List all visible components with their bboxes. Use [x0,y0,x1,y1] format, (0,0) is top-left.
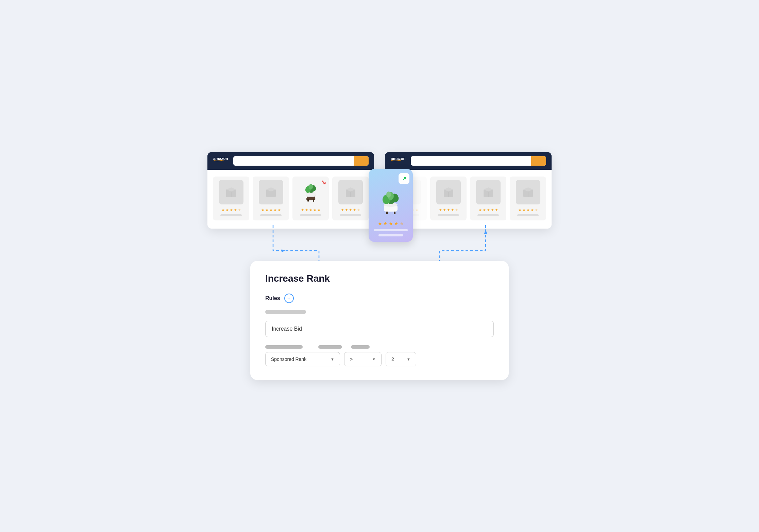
stars-7: ★★★★★ [478,208,498,212]
svg-point-44 [386,192,391,198]
product-card-8: ★★★★★ [510,177,546,220]
product-image-6 [436,180,461,204]
trend-up-badge: ↗ [399,173,409,184]
overlay-stars: ★ ★ ★ ★ ★ [378,221,404,226]
svg-text:amazon: amazon [391,156,406,161]
highlighted-product-card: ↗ [369,169,413,242]
price-bar-2 [260,214,282,216]
left-browser-panel: amazon [207,152,374,229]
condition-label-3 [351,345,370,349]
amazon-logo-left: amazon [213,156,229,166]
bottom-card: Increase Rank Rules + Sponsored Rank [250,261,509,380]
value-dropdown[interactable]: 2 ▼ [386,352,416,366]
add-rule-button[interactable]: + [284,294,294,303]
svg-point-19 [309,184,313,189]
right-browser-toolbar: amazon [385,152,552,170]
chevron-down-icon-3: ▼ [407,357,410,361]
product-card-1: ★★★★★ [213,177,249,220]
product-card-4: ★★★★★ [332,177,369,220]
top-row: amazon [190,152,569,229]
value-value: 2 [391,356,394,362]
sponsored-rank-dropdown[interactable]: Sponsored Rank ▼ [265,352,340,366]
condition-label-1 [265,345,303,349]
price-bar-1 [220,214,242,216]
right-browser-panel: amazon [385,152,552,229]
product-image-1 [219,180,243,204]
rules-grey-pill [265,310,306,314]
left-browser-toolbar: amazon [207,152,374,170]
increase-bid-row [265,321,494,337]
overlay-plant-image [375,187,406,217]
product-card-2: ★★★★★ [253,177,289,220]
chevron-down-icon-1: ▼ [331,357,334,361]
chevron-down-icon-2: ▼ [372,357,376,361]
increase-bid-input[interactable] [265,321,494,337]
left-search-bar[interactable] [233,156,369,166]
product-image-plant-left [299,180,323,204]
svg-rect-12 [307,199,309,202]
product-image-4 [338,180,363,204]
operator-dropdown[interactable]: > ▼ [344,352,382,366]
svg-rect-13 [313,199,314,202]
stars-plant-left: ★★★★★ [301,208,321,212]
product-card-plant-left: ↘ [292,177,329,220]
sponsored-rank-value: Sponsored Rank [271,356,306,362]
stars-1: ★★★★★ [221,208,241,212]
left-browser-content: ★★★★★ [207,170,374,229]
stars-8: ★★★★★ [518,208,538,212]
right-search-bar[interactable] [411,156,546,166]
card-title: Increase Rank [265,273,494,284]
overlay-bar-2 [378,234,403,236]
right-search-button[interactable] [531,156,546,166]
main-container: amazon [190,152,569,380]
left-arrow-icon [282,249,286,252]
product-card-6: ★★★★★ [430,177,467,220]
rules-label: Rules [265,295,280,301]
operator-value: > [350,356,353,362]
right-product-grid: ★★★★★ [390,177,546,220]
product-image-2 [259,180,283,204]
stars-4: ★★★★★ [341,208,360,212]
price-bar-8 [517,214,539,216]
overlay-bar-1 [374,229,408,231]
stars-2: ★★★★★ [261,208,281,212]
condition-label-2 [318,345,342,349]
trend-up-icon: ↗ [402,176,406,182]
stars-6: ★★★★★ [439,208,458,212]
product-image-8 [516,180,540,204]
price-bar-plant-left [300,214,322,216]
right-arrow-icon [484,229,487,234]
condition-dropdowns-row: Sponsored Rank ▼ > ▼ 2 ▼ [265,352,494,366]
svg-text:amazon: amazon [213,156,228,161]
price-bar-6 [438,214,459,216]
left-product-grid: ★★★★★ [213,177,369,220]
left-search-button[interactable] [354,156,369,166]
price-bar-4 [340,214,361,216]
price-bar-7 [477,214,499,216]
product-image-7 [476,180,501,204]
amazon-logo-right: amazon [390,156,407,166]
rules-row: Rules + [265,294,494,303]
product-card-7: ★★★★★ [470,177,506,220]
condition-labels-row [265,345,494,349]
